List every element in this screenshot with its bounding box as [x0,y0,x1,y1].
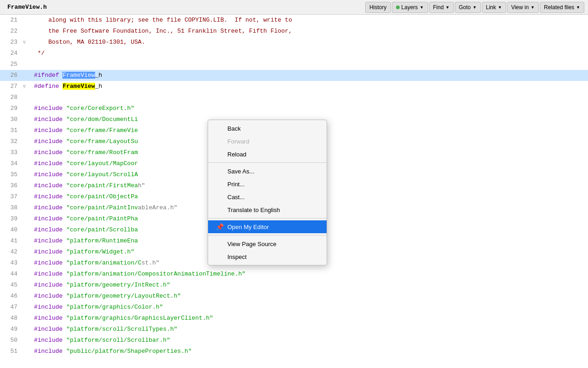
line-number: 39 [0,213,23,224]
code-line-29: 29#include "core/CoreExport.h" [0,103,588,114]
line-number: 23 [0,37,23,48]
code-line-27: 27▽#define FrameView_h [0,81,588,92]
line-content: along with this library; see the file CO… [30,15,292,26]
code-line-23: 23▽ Boston, MA 02110-1301, USA. [0,37,588,48]
line-content: #include "platform/scroll/ScrollTypes.h" [30,324,177,335]
find-button[interactable]: Find ▼ [429,2,454,13]
line-number: 21 [0,15,23,26]
line-number: 32 [0,136,23,147]
line-content: #include "platform/graphics/Color.h" [30,302,163,313]
menu-item-back[interactable]: Back [208,122,327,135]
fold-down-icon[interactable]: ▽ [23,84,26,89]
line-content: #include "core/paint/PaintInvableArea.h" [30,202,177,213]
menu-item-label-back: Back [227,125,241,132]
code-line-47: 47#include "platform/graphics/Color.h" [0,302,588,313]
toolbar: FrameView.h History Layers ▼ Find ▼ Goto… [0,0,588,15]
menu-item-label-translate: Translate to English [227,207,280,213]
menu-item-label-inspect: Inspect [227,253,247,260]
menu-item-translate[interactable]: Translate to English [208,203,327,216]
line-number: 22 [0,26,23,37]
menu-item-cast[interactable]: Cast... [208,190,327,203]
line-gutter: ▽ [23,81,30,92]
code-line-25: 25 [0,59,588,70]
history-button[interactable]: History [365,2,390,13]
related-files-label: Related files [544,4,574,11]
line-content: Boston, MA 02110-1301, USA. [30,37,145,48]
line-number: 46 [0,291,23,302]
line-number: 25 [0,59,23,70]
code-line-24: 24 */ [0,48,588,59]
line-content: #include "platform/animation/CompositorA… [30,269,245,280]
line-gutter: ▽ [23,37,30,48]
line-number: 36 [0,180,23,191]
line-number: 34 [0,158,23,169]
goto-button[interactable]: Goto ▼ [455,2,481,13]
menu-item-label-reload: Reload [227,151,246,158]
related-files-button[interactable]: Related files ▼ [540,2,584,13]
file-title: FrameView.h [4,4,51,11]
code-line-26: 26#ifndef FrameView_h [0,70,588,81]
line-content: #include "platform/Widget.h" [30,247,134,258]
menu-item-open-editor[interactable]: 📌Open My Editor [208,220,327,233]
line-number: 26 [0,70,23,81]
menu-item-label-cast: Cast... [227,194,245,201]
menu-item-label-view-source: View Page Source [227,241,277,247]
line-number: 31 [0,125,23,136]
layers-button[interactable]: Layers ▼ [392,2,428,13]
line-number: 49 [0,324,23,335]
menu-separator [208,218,327,218]
link-dropdown-arrow: ▼ [498,5,502,10]
line-number: 47 [0,302,23,313]
line-content: #define FrameView_h [30,81,102,92]
line-content: #include "platform/graphics/GraphicsLaye… [30,313,213,324]
layers-label: Layers [401,4,418,11]
line-number: 43 [0,258,23,269]
line-number: 41 [0,236,23,247]
line-number: 35 [0,169,23,180]
line-content: #include "platform/geometry/LayoutRect.h… [30,291,181,302]
fold-up-icon[interactable]: ▽ [23,40,26,45]
menu-item-label-print: Print... [227,181,245,188]
code-line-21: 21 along with this library; see the file… [0,15,588,26]
find-label: Find [433,4,444,11]
line-content: */ [30,48,45,59]
line-content: #include "public/platform/ShapePropertie… [30,346,192,357]
related-files-dropdown-arrow: ▼ [576,5,580,10]
line-content: #include "core/frame/FrameVie [30,125,138,136]
menu-item-reload[interactable]: Reload [208,148,327,161]
code-line-50: 50#include "platform/scroll/Scrollbar.h" [0,335,588,346]
line-number: 44 [0,269,23,280]
menu-item-label-forward: Forward [227,138,249,145]
line-content: #include "core/paint/ObjectPa [30,191,138,202]
menu-separator [208,162,327,163]
menu-item-inspect[interactable]: Inspect [208,250,327,263]
line-content: #ifndef FrameView_h [30,70,102,81]
menu-item-forward: Forward [208,135,327,148]
menu-item-view-source[interactable]: View Page Source [208,237,327,250]
line-number: 33 [0,147,23,158]
view-in-label: View in [511,4,529,11]
menu-item-icon-open-editor: 📌 [215,223,224,230]
line-number: 38 [0,202,23,213]
line-number: 28 [0,92,23,103]
line-number: 30 [0,114,23,125]
view-in-button[interactable]: View in ▼ [507,2,539,13]
line-content: #include "core/paint/PaintPha [30,213,138,224]
view-in-dropdown-arrow: ▼ [531,5,535,10]
menu-item-print[interactable]: Print... [208,178,327,190]
code-line-28: 28 [0,92,588,103]
goto-dropdown-arrow: ▼ [473,5,477,10]
code-line-45: 45#include "platform/geometry/IntRect.h" [0,280,588,291]
goto-label: Goto [459,4,471,11]
line-content: the Free Software Foundation, Inc., 51 F… [30,26,292,37]
line-number: 50 [0,335,23,346]
line-content: #include "core/layout/MapCoor [30,158,138,169]
link-button[interactable]: Link ▼ [482,2,506,13]
line-content: #include "core/layout/ScrollA [30,169,138,180]
line-content: #include "core/frame/LayoutSu [30,136,138,147]
line-number: 24 [0,48,23,59]
find-dropdown-arrow: ▼ [446,5,450,10]
menu-item-label-open-editor: Open My Editor [227,224,269,230]
line-number: 40 [0,224,23,236]
menu-item-save-as[interactable]: Save As... [208,165,327,178]
